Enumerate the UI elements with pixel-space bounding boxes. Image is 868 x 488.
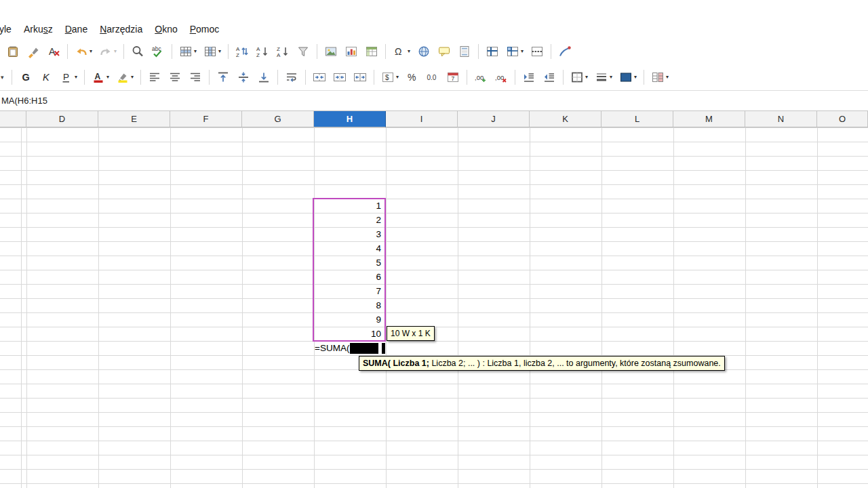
cell-H8[interactable]: 3 xyxy=(315,227,383,241)
format-as-date-button[interactable]: 7 xyxy=(443,68,462,87)
spelling-button[interactable]: abc xyxy=(149,42,167,61)
clear-formatting-button[interactable]: A xyxy=(44,42,63,61)
formula-bar[interactable]: MA(H6:H15 xyxy=(0,90,868,111)
insert-hyperlink-icon xyxy=(417,45,431,58)
cell-H11[interactable]: 6 xyxy=(315,270,383,284)
column-header-M[interactable]: M xyxy=(673,111,745,127)
conditional-formatting-button[interactable]: ▾ xyxy=(648,68,671,87)
sort-descending-button[interactable]: ZA xyxy=(273,42,292,61)
italic-button[interactable]: K xyxy=(37,68,56,87)
column-header-H[interactable]: H xyxy=(314,111,386,127)
highlighting-color-dropdown[interactable]: ▾ xyxy=(131,75,134,80)
insert-column-button[interactable]: ▾ xyxy=(201,42,224,61)
border-style-dropdown[interactable]: ▾ xyxy=(610,75,612,80)
format-as-number-button[interactable]: 0.0 xyxy=(423,68,442,87)
format-as-percent-button[interactable]: % xyxy=(403,68,422,87)
cell-H14[interactable]: 9 xyxy=(315,312,383,327)
decrease-indent-button[interactable] xyxy=(540,68,559,87)
cell-H7[interactable]: 2 xyxy=(315,213,383,227)
align-center-button[interactable] xyxy=(165,68,184,87)
cell-H6[interactable]: 1 xyxy=(315,199,383,213)
insert-special-character-dropdown[interactable]: ▾ xyxy=(408,49,410,54)
insert-column-dropdown[interactable]: ▾ xyxy=(218,49,221,54)
add-decimal-place-button[interactable]: ,00 xyxy=(471,68,490,87)
align-left-button[interactable] xyxy=(145,68,164,87)
paste-button[interactable] xyxy=(3,42,22,61)
bold-button[interactable]: G xyxy=(16,68,35,87)
menu-okno[interactable]: Okno xyxy=(149,21,183,37)
menu-arkusz[interactable]: Arkusz xyxy=(18,21,59,37)
conditional-formatting-icon xyxy=(651,70,665,84)
highlighting-color-button[interactable]: ▾ xyxy=(113,68,136,87)
center-vertically-button[interactable] xyxy=(234,68,253,87)
underline-dropdown[interactable]: ▾ xyxy=(75,75,77,80)
cell-H13[interactable]: 8 xyxy=(315,298,383,312)
merge-and-center-cells-button[interactable] xyxy=(310,68,329,87)
font-size-partial-button[interactable]: ▾ xyxy=(0,68,8,87)
merge-cells-button[interactable] xyxy=(330,68,349,87)
unmerge-cells-button[interactable] xyxy=(351,68,370,87)
sort-button[interactable]: AZ xyxy=(233,42,252,61)
align-top-button[interactable] xyxy=(214,68,233,87)
column-header-O[interactable]: O xyxy=(817,111,868,127)
increase-indent-button[interactable] xyxy=(519,68,538,87)
column-header-N[interactable]: N xyxy=(745,111,817,127)
insert-hyperlink-button[interactable] xyxy=(414,42,433,61)
insert-pivot-table-button[interactable] xyxy=(362,42,381,61)
format-as-currency-dropdown[interactable]: ▾ xyxy=(396,75,399,80)
column-header-L[interactable]: L xyxy=(601,111,673,127)
cell-H12[interactable]: 7 xyxy=(315,284,383,298)
menu-style-partial[interactable]: yle xyxy=(0,21,18,37)
redo-dropdown[interactable]: ▾ xyxy=(114,49,117,54)
column-header-K[interactable]: K xyxy=(530,111,601,127)
cell-H15[interactable]: 10 xyxy=(315,327,383,341)
undo-button[interactable]: ▾ xyxy=(72,42,95,61)
insert-special-character-button[interactable]: Ω▾ xyxy=(390,42,413,61)
column-header-I[interactable]: I xyxy=(386,111,458,127)
column-header-G[interactable]: G xyxy=(242,111,314,127)
show-draw-functions-button[interactable] xyxy=(555,42,574,61)
undo-dropdown[interactable]: ▾ xyxy=(90,49,92,54)
conditional-formatting-dropdown[interactable]: ▾ xyxy=(666,75,669,80)
insert-image-button[interactable] xyxy=(321,42,340,61)
border-style-button[interactable]: ▾ xyxy=(592,68,615,87)
menu-dane[interactable]: Dane xyxy=(59,21,94,37)
split-window-button[interactable] xyxy=(528,42,547,61)
align-right-button[interactable] xyxy=(186,68,205,87)
underline-button[interactable]: P▾ xyxy=(57,68,80,87)
border-color-button[interactable]: ▾ xyxy=(616,68,639,87)
freeze-cells-button[interactable]: ▾ xyxy=(503,42,526,61)
column-header-J[interactable]: J xyxy=(458,111,530,127)
insert-comment-button[interactable] xyxy=(435,42,454,61)
font-color-dropdown[interactable]: ▾ xyxy=(106,75,109,80)
border-color-dropdown[interactable]: ▾ xyxy=(634,75,637,80)
headers-and-footers-button[interactable] xyxy=(455,42,474,61)
column-header-D[interactable]: D xyxy=(26,111,98,127)
formula-input-text[interactable]: MA(H6:H15 xyxy=(1,96,47,106)
cell-H10[interactable]: 5 xyxy=(315,256,383,270)
column-header-E[interactable]: E xyxy=(98,111,170,127)
clone-formatting-button[interactable] xyxy=(24,42,43,61)
freeze-rows-and-columns-button[interactable] xyxy=(483,42,502,61)
font-color-button[interactable]: A▾ xyxy=(89,68,112,87)
freeze-cells-dropdown[interactable]: ▾ xyxy=(521,49,524,54)
active-cell-H16[interactable]: =SUMA( H6:H15 xyxy=(315,341,385,355)
format-as-currency-button[interactable]: $▾ xyxy=(378,68,401,87)
find-and-replace-button[interactable] xyxy=(128,42,147,61)
borders-button[interactable]: ▾ xyxy=(568,68,591,87)
menu-pomoc[interactable]: Pomoc xyxy=(184,21,226,37)
sort-ascending-button[interactable]: AZ xyxy=(253,42,272,61)
align-bottom-button[interactable] xyxy=(254,68,273,87)
wrap-text-button[interactable] xyxy=(282,68,301,87)
column-header-F[interactable]: F xyxy=(170,111,242,127)
cell-H9[interactable]: 4 xyxy=(315,241,383,256)
delete-decimal-place-button[interactable]: ,00 xyxy=(492,68,511,87)
sheet-grid[interactable]: =SUMA( H6:H15 12345678910 xyxy=(0,127,868,488)
insert-chart-button[interactable] xyxy=(342,42,361,61)
borders-dropdown[interactable]: ▾ xyxy=(585,75,588,80)
autofilter-button[interactable] xyxy=(294,42,313,61)
insert-row-button[interactable]: ▾ xyxy=(176,42,199,61)
insert-row-dropdown[interactable]: ▾ xyxy=(194,49,197,54)
menu-narzedzia[interactable]: Narzędzia xyxy=(94,21,149,37)
column-header-partial[interactable] xyxy=(0,111,26,127)
